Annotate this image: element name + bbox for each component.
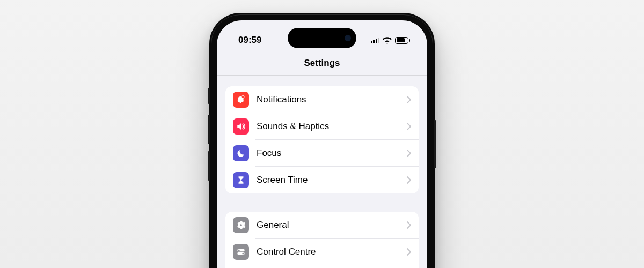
settings-group-1: Notifications Sounds & Haptics Focus [225, 86, 419, 193]
row-sounds-haptics[interactable]: Sounds & Haptics [225, 113, 419, 140]
chevron-right-icon [407, 150, 411, 157]
volume-up-button [208, 115, 210, 144]
row-general[interactable]: General [225, 212, 419, 239]
row-screen-time[interactable]: Screen Time [225, 167, 419, 193]
speaker-icon [233, 118, 249, 135]
chevron-right-icon [407, 248, 411, 256]
dynamic-island [288, 28, 356, 48]
hourglass-icon [233, 172, 249, 188]
status-time: 09:59 [238, 35, 261, 46]
row-focus[interactable]: Focus [225, 140, 419, 167]
svg-point-1 [240, 102, 241, 103]
power-button [434, 120, 436, 168]
row-display-brightness[interactable]: Display & Brightness [225, 265, 419, 268]
gear-icon [233, 217, 249, 233]
moon-icon [233, 145, 249, 161]
chevron-right-icon [407, 221, 411, 229]
battery-icon [395, 37, 410, 44]
chevron-right-icon [407, 96, 411, 103]
cellular-signal-icon [371, 37, 380, 43]
row-label: Focus [257, 148, 407, 159]
svg-point-7 [242, 253, 244, 255]
svg-point-5 [238, 250, 240, 251]
bell-badge-icon [233, 92, 249, 108]
chevron-right-icon [407, 123, 411, 130]
row-notifications[interactable]: Notifications [225, 86, 419, 113]
row-label: Notifications [257, 94, 407, 105]
row-label: Sounds & Haptics [257, 121, 407, 132]
mute-switch [208, 88, 210, 104]
phone-device-frame: 09:59 Settings [209, 13, 435, 268]
page-title: Settings [217, 50, 427, 76]
svg-point-2 [241, 95, 244, 98]
switches-icon [233, 244, 249, 260]
wifi-icon [383, 37, 392, 44]
row-control-centre[interactable]: Control Centre [225, 239, 419, 265]
chevron-right-icon [407, 176, 411, 184]
settings-group-2: General Control Centre Display & Brightn… [225, 212, 419, 268]
row-label: Screen Time [257, 175, 407, 185]
row-label: Control Centre [257, 247, 407, 257]
settings-content: Notifications Sounds & Haptics Focus [217, 76, 427, 268]
row-label: General [257, 220, 407, 230]
status-indicators [371, 37, 411, 44]
phone-screen: 09:59 Settings [217, 20, 427, 268]
volume-down-button [208, 151, 210, 181]
svg-point-3 [240, 224, 242, 226]
